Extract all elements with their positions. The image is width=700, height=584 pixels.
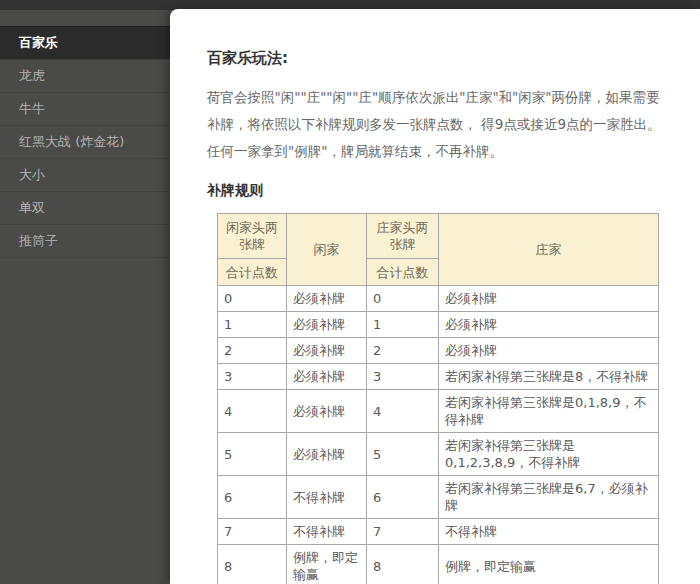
rules-table: 闲家头两张牌 闲家 庄家头两张牌 庄家 合计点数 合计点数 0必须补牌0必须补牌…: [217, 213, 659, 584]
banker-total-cell: 0: [367, 286, 439, 312]
player-total-cell: 6: [218, 476, 287, 519]
banker-total-cell: 4: [367, 390, 439, 433]
player-total-cell: 8: [218, 545, 287, 584]
sidebar-item-niuniu[interactable]: 牛牛: [0, 93, 175, 126]
table-row: 1必须补牌1必须补牌: [218, 312, 659, 338]
banker-action-cell: 若闲家补得第三张牌是0,1,8,9，不得补牌: [439, 390, 659, 433]
player-total-cell: 1: [218, 312, 287, 338]
banker-action-cell: 若闲家补得第三张牌是6,7，必须补牌: [439, 476, 659, 519]
player-action-cell: 必须补牌: [287, 286, 367, 312]
player-total-cell: 7: [218, 519, 287, 545]
banker-action-cell: 必须补牌: [439, 338, 659, 364]
player-action-cell: 必须补牌: [287, 433, 367, 476]
banker-total-cell: 7: [367, 519, 439, 545]
player-action-cell: 不得补牌: [287, 476, 367, 519]
table-row: 5必须补牌5若闲家补得第三张牌是0,1,2,3,8,9，不得补牌: [218, 433, 659, 476]
banker-total-cell: 1: [367, 312, 439, 338]
banker-total-cell: 3: [367, 364, 439, 390]
banker-action-cell: 必须补牌: [439, 286, 659, 312]
sidebar-item-red-black-war[interactable]: 红黑大战 (炸金花): [0, 126, 175, 159]
table-row: 2必须补牌2必须补牌: [218, 338, 659, 364]
banker-action-cell: 例牌，即定输赢: [439, 545, 659, 584]
game-intro-paragraph: 荷官会按照"闲""庄""闲""庄"顺序依次派出"庄家"和"闲家"两份牌，如果需要…: [207, 84, 667, 165]
player-total-cell: 3: [218, 364, 287, 390]
player-action-cell: 不得补牌: [287, 519, 367, 545]
page-title: 百家乐玩法:: [207, 49, 680, 68]
banker-total-cell: 6: [367, 476, 439, 519]
sidebar-item-tuitongzi[interactable]: 推筒子: [0, 225, 175, 258]
banker-total-header: 合计点数: [367, 259, 439, 286]
sidebar: 百家乐 龙虎 牛牛 红黑大战 (炸金花) 大小 单双 推筒子: [0, 10, 175, 584]
sidebar-item-big-small[interactable]: 大小: [0, 159, 175, 192]
table-row: 3必须补牌3若闲家补得第三张牌是8，不得补牌: [218, 364, 659, 390]
player-action-cell: 必须补牌: [287, 364, 367, 390]
sidebar-item-odd-even[interactable]: 单双: [0, 192, 175, 225]
content-panel: 百家乐玩法: 荷官会按照"闲""庄""闲""庄"顺序依次派出"庄家"和"闲家"两…: [170, 9, 700, 584]
sidebar-item-dragon-tiger[interactable]: 龙虎: [0, 60, 175, 93]
player-action-cell: 必须补牌: [287, 390, 367, 433]
banker-total-cell: 8: [367, 545, 439, 584]
banker-action-cell: 必须补牌: [439, 312, 659, 338]
player-action-cell: 必须补牌: [287, 338, 367, 364]
banker-total-cell: 5: [367, 433, 439, 476]
player-total-header: 合计点数: [218, 259, 287, 286]
sidebar-item-baccarat[interactable]: 百家乐: [0, 26, 175, 60]
banker-action-cell: 若闲家补得第三张牌是0,1,2,3,8,9，不得补牌: [439, 433, 659, 476]
table-row: 7不得补牌7不得补牌: [218, 519, 659, 545]
banker-action-cell: 不得补牌: [439, 519, 659, 545]
player-total-cell: 0: [218, 286, 287, 312]
table-row: 4必须补牌4若闲家补得第三张牌是0,1,8,9，不得补牌: [218, 390, 659, 433]
rules-heading: 补牌规则: [207, 182, 680, 200]
banker-first-two-header: 庄家头两张牌: [367, 214, 439, 259]
table-row: 8例牌，即定输赢8例牌，即定输赢: [218, 545, 659, 584]
banker-header: 庄家: [439, 214, 659, 286]
player-total-cell: 4: [218, 390, 287, 433]
table-row: 6不得补牌6若闲家补得第三张牌是6,7，必须补牌: [218, 476, 659, 519]
table-row: 0必须补牌0必须补牌: [218, 286, 659, 312]
player-header: 闲家: [287, 214, 367, 286]
rules-table-head: 闲家头两张牌 闲家 庄家头两张牌 庄家 合计点数 合计点数: [218, 214, 659, 286]
banker-total-cell: 2: [367, 338, 439, 364]
banker-action-cell: 若闲家补得第三张牌是8，不得补牌: [439, 364, 659, 390]
rules-table-body: 0必须补牌0必须补牌1必须补牌1必须补牌2必须补牌2必须补牌3必须补牌3若闲家补…: [218, 286, 659, 584]
player-action-cell: 例牌，即定输赢: [287, 545, 367, 584]
player-total-cell: 5: [218, 433, 287, 476]
player-total-cell: 2: [218, 338, 287, 364]
player-action-cell: 必须补牌: [287, 312, 367, 338]
player-first-two-header: 闲家头两张牌: [218, 214, 287, 259]
